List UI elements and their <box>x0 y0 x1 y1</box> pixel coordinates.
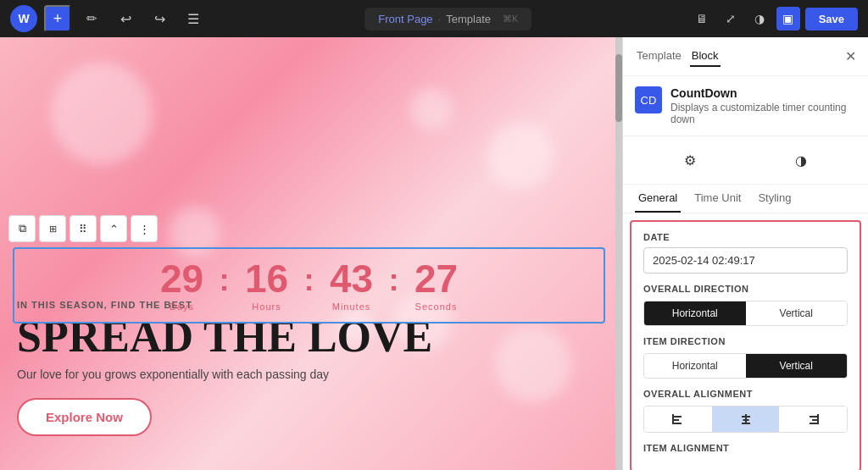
minutes-unit: 43 Minutes <box>318 259 386 312</box>
main-area: ⧉ ⊞ ⠿ ⌃ ⋮ 29 Days : 16 Hours <box>0 37 868 470</box>
separator-2: : <box>301 263 318 298</box>
hours-label: Hours <box>252 301 281 312</box>
tab-time-unit[interactable]: Time Unit <box>691 185 744 213</box>
canvas-wrap: ⧉ ⊞ ⠿ ⌃ ⋮ 29 Days : 16 Hours <box>0 37 622 470</box>
minutes-value: 43 <box>330 259 373 298</box>
hours-value: 16 <box>245 259 288 298</box>
date-input[interactable] <box>643 247 848 274</box>
device-icon[interactable]: 🖥 <box>690 7 714 30</box>
template-label: Template <box>446 13 491 25</box>
overall-direction-group: Horizontal Vertical <box>643 301 848 326</box>
panel-tabs: Template Block <box>635 46 721 67</box>
align-center-button[interactable] <box>712 406 780 432</box>
svg-rect-10 <box>810 423 818 424</box>
svg-rect-7 <box>745 414 747 424</box>
countdown-block-wrap: 29 Days : 16 Hours : 43 Minutes : <box>13 247 605 323</box>
item-horizontal-button[interactable]: Horizontal <box>644 354 746 378</box>
pencil-icon[interactable]: ✏ <box>78 5 105 32</box>
gear-icon[interactable]: ⚙ <box>675 145 705 175</box>
panel-header: Template Block ✕ <box>623 37 868 76</box>
svg-rect-0 <box>673 416 682 417</box>
block-type-button[interactable]: ⊞ <box>39 215 66 242</box>
drag-handle[interactable]: ⠿ <box>70 215 97 242</box>
tab-styling[interactable]: Styling <box>754 185 794 213</box>
redo-icon[interactable]: ↪ <box>146 5 173 32</box>
block-description: Displays a customizable timer counting d… <box>670 102 856 125</box>
wp-logo-icon[interactable]: W <box>10 5 37 32</box>
svg-rect-2 <box>673 423 682 424</box>
separator: · <box>438 13 442 25</box>
separator-3: : <box>386 263 403 298</box>
tab-block[interactable]: Block <box>690 46 721 67</box>
block-toolbar-row: ⧉ ⊞ ⠿ ⌃ ⋮ <box>8 215 158 242</box>
svg-rect-3 <box>672 414 674 424</box>
menu-icon[interactable]: ☰ <box>180 5 207 32</box>
moon-icon[interactable]: ◑ <box>748 7 771 30</box>
align-right-icon <box>806 412 820 426</box>
align-right-button[interactable] <box>779 406 847 432</box>
toolbar: W + ✏ ↩ ↪ ☰ Front Page · Template ⌘K 🖥 ⤢… <box>0 0 868 37</box>
more-options-button[interactable]: ⋮ <box>131 215 158 242</box>
days-label: Days <box>170 301 194 312</box>
add-block-button[interactable]: + <box>44 5 71 32</box>
undo-icon[interactable]: ↩ <box>112 5 139 32</box>
overall-alignment-group <box>643 406 848 433</box>
item-vertical-button[interactable]: Vertical <box>746 354 848 378</box>
overall-horizontal-button[interactable]: Horizontal <box>644 301 746 325</box>
toolbar-center: Front Page · Template ⌘K <box>214 8 683 30</box>
overall-vertical-button[interactable]: Vertical <box>746 301 848 325</box>
panel-close-button[interactable]: ✕ <box>845 48 856 64</box>
block-info: CD CountDown Displays a customizable tim… <box>623 76 868 136</box>
svg-rect-9 <box>812 419 818 421</box>
item-direction-group: Horizontal Vertical <box>643 353 848 379</box>
separator-1: : <box>216 263 233 298</box>
overall-direction-label: OVERALL DIRECTION <box>643 284 848 294</box>
hours-unit: 16 Hours <box>233 259 301 312</box>
contrast-icon[interactable]: ◑ <box>786 145 816 175</box>
page-name: Front Page <box>378 13 432 25</box>
block-info-text: CountDown Displays a customizable timer … <box>670 86 856 125</box>
right-panel: Template Block ✕ CD CountDown Displays a… <box>622 37 868 470</box>
tab-general[interactable]: General <box>635 185 681 213</box>
align-left-icon <box>671 412 685 426</box>
seconds-label: Seconds <box>415 301 458 312</box>
block-type-icon: CD <box>635 86 662 113</box>
copy-block-button[interactable]: ⧉ <box>8 215 36 242</box>
page-title-pill[interactable]: Front Page · Template ⌘K <box>364 8 531 30</box>
save-button[interactable]: Save <box>805 8 858 30</box>
tab-template[interactable]: Template <box>635 46 683 67</box>
svg-rect-1 <box>673 419 679 421</box>
explore-now-button[interactable]: Explore Now <box>17 398 152 436</box>
seconds-value: 27 <box>415 259 458 298</box>
days-value: 29 <box>160 259 203 298</box>
subtitle: Our love for you grows exponentially wit… <box>17 368 605 381</box>
svg-rect-11 <box>817 414 819 424</box>
sidebar-toggle-icon[interactable]: ▣ <box>776 7 800 30</box>
settings-icon-row: ⚙ ◑ <box>623 136 868 185</box>
align-left-button[interactable] <box>644 406 712 432</box>
countdown-block[interactable]: 29 Days : 16 Hours : 43 Minutes : <box>13 247 605 323</box>
seconds-unit: 27 Seconds <box>403 259 470 312</box>
overall-alignment-label: OVERALL ALIGNMENT <box>643 389 848 399</box>
resize-icon[interactable]: ⤢ <box>719 7 743 30</box>
toolbar-right: 🖥 ⤢ ◑ ▣ Save <box>690 7 858 30</box>
align-center-icon <box>739 412 753 426</box>
minutes-label: Minutes <box>332 301 371 312</box>
item-alignment-label: ITEM ALIGNMENT <box>643 443 848 453</box>
canvas: ⧉ ⊞ ⠿ ⌃ ⋮ 29 Days : 16 Hours <box>0 37 622 470</box>
move-up-down-button[interactable]: ⌃ <box>100 215 127 242</box>
shortcut-label: ⌘K <box>503 14 518 25</box>
item-direction-label: ITEM DIRECTION <box>643 336 848 346</box>
days-unit: 29 Days <box>148 259 216 312</box>
settings-tabs-row: General Time Unit Styling <box>623 185 868 213</box>
block-title: CountDown <box>670 86 856 100</box>
panel-section-date: Date OVERALL DIRECTION Horizontal Vertic… <box>630 220 861 470</box>
date-label: Date <box>643 232 848 242</box>
svg-rect-8 <box>810 416 818 417</box>
